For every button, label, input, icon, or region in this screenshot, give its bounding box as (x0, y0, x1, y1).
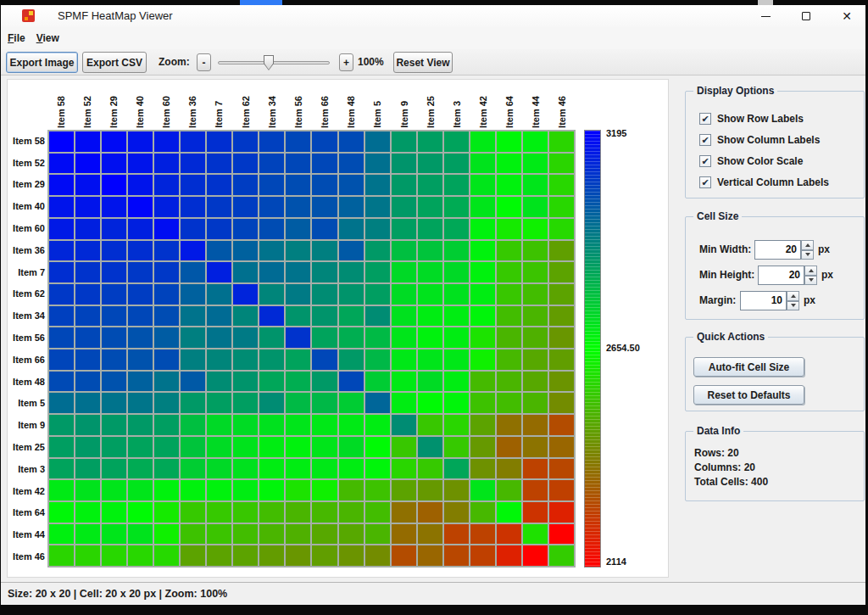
heatmap-cell[interactable] (181, 415, 205, 435)
heatmap-cell[interactable] (365, 459, 390, 479)
heatmap-cell[interactable] (233, 393, 258, 413)
heatmap-cell[interactable] (102, 219, 126, 239)
heatmap-cell[interactable] (154, 306, 179, 327)
heatmap-cell[interactable] (75, 524, 100, 545)
heatmap-cell[interactable] (128, 524, 153, 545)
heatmap-cell[interactable] (49, 197, 74, 217)
zoom-slider[interactable] (216, 52, 331, 73)
heatmap-cell[interactable] (418, 241, 442, 261)
close-button[interactable]: ✕ (833, 5, 860, 27)
heatmap-cell[interactable] (207, 393, 231, 413)
heatmap-cell[interactable] (549, 154, 574, 174)
heatmap-cell[interactable] (312, 372, 337, 392)
heatmap-cell[interactable] (75, 241, 100, 261)
heatmap-cell[interactable] (549, 372, 574, 392)
heatmap-cell[interactable] (497, 154, 521, 174)
heatmap-cell[interactable] (523, 154, 548, 174)
heatmap-cell[interactable] (49, 327, 74, 348)
heatmap-cell[interactable] (339, 459, 364, 479)
heatmap-cell[interactable] (154, 415, 179, 435)
heatmap-cell[interactable] (128, 349, 153, 370)
heatmap-cell[interactable] (497, 437, 521, 457)
heatmap-cell[interactable] (392, 306, 416, 327)
heatmap-cell[interactable] (339, 219, 364, 239)
heatmap-cell[interactable] (154, 437, 179, 457)
heatmap-cell[interactable] (102, 502, 126, 523)
heatmap-cell[interactable] (233, 131, 258, 152)
heatmap-cell[interactable] (259, 327, 284, 348)
heatmap-cell[interactable] (392, 480, 416, 500)
heatmap-cell[interactable] (470, 327, 495, 348)
heatmap-cell[interactable] (523, 459, 548, 479)
heatmap-cell[interactable] (181, 372, 205, 392)
heatmap-cell[interactable] (181, 349, 205, 370)
heatmap-cell[interactable] (339, 284, 364, 305)
heatmap-cell[interactable] (102, 131, 126, 152)
heatmap-cell[interactable] (102, 459, 126, 479)
checkbox-icon[interactable]: ✔ (699, 176, 711, 188)
heatmap-cell[interactable] (339, 197, 364, 217)
heatmap-cell[interactable] (497, 502, 521, 523)
heatmap-cell[interactable] (392, 545, 416, 566)
heatmap-cell[interactable] (444, 154, 469, 174)
heatmap-cell[interactable] (418, 524, 442, 545)
heatmap-cell[interactable] (418, 175, 442, 195)
heatmap-cell[interactable] (339, 349, 364, 370)
checkbox-show-row-labels[interactable]: ✔Show Row Labels (699, 112, 804, 126)
heatmap-cell[interactable] (233, 459, 258, 479)
heatmap-cell[interactable] (523, 415, 548, 435)
heatmap-cell[interactable] (444, 372, 469, 392)
heatmap-cell[interactable] (102, 524, 126, 545)
heatmap-cell[interactable] (128, 175, 153, 195)
heatmap-cell[interactable] (286, 219, 310, 239)
heatmap-cell[interactable] (365, 545, 390, 566)
heatmap-cell[interactable] (444, 262, 469, 282)
heatmap-cell[interactable] (392, 284, 416, 305)
checkbox-show-color-scale[interactable]: ✔Show Color Scale (699, 154, 803, 168)
zoom-in-button[interactable]: + (339, 53, 353, 71)
heatmap-cell[interactable] (418, 480, 442, 500)
heatmap-cell[interactable] (154, 284, 179, 305)
heatmap-cell[interactable] (75, 349, 100, 370)
heatmap-cell[interactable] (523, 197, 548, 217)
heatmap-cell[interactable] (233, 372, 258, 392)
heatmap-grid[interactable] (47, 130, 576, 567)
heatmap-cell[interactable] (549, 480, 574, 500)
heatmap-cell[interactable] (497, 175, 521, 195)
heatmap-cell[interactable] (339, 241, 364, 261)
heatmap-cell[interactable] (154, 372, 179, 392)
heatmap-cell[interactable] (154, 219, 179, 239)
heatmap-cell[interactable] (470, 480, 495, 500)
heatmap-cell[interactable] (549, 459, 574, 479)
heatmap-cell[interactable] (181, 393, 205, 413)
heatmap-cell[interactable] (365, 262, 390, 282)
heatmap-cell[interactable] (75, 154, 100, 174)
heatmap-cell[interactable] (128, 502, 153, 523)
heatmap-cell[interactable] (392, 327, 416, 348)
heatmap-cell[interactable] (497, 219, 521, 239)
heatmap-cell[interactable] (286, 241, 310, 261)
heatmap-cell[interactable] (523, 349, 548, 370)
heatmap-cell[interactable] (444, 480, 469, 500)
heatmap-cell[interactable] (470, 219, 495, 239)
heatmap-cell[interactable] (154, 480, 179, 500)
heatmap-cell[interactable] (128, 306, 153, 327)
heatmap-cell[interactable] (259, 284, 284, 305)
heatmap-cell[interactable] (233, 241, 258, 261)
heatmap-cell[interactable] (418, 502, 442, 523)
heatmap-cell[interactable] (233, 197, 258, 217)
heatmap-cell[interactable] (339, 415, 364, 435)
heatmap-cell[interactable] (497, 131, 521, 152)
heatmap-cell[interactable] (365, 437, 390, 457)
heatmap-cell[interactable] (470, 545, 495, 566)
heatmap-cell[interactable] (207, 545, 231, 566)
heatmap-cell[interactable] (207, 459, 231, 479)
heatmap-cell[interactable] (549, 241, 574, 261)
heatmap-cell[interactable] (259, 480, 284, 500)
heatmap-cell[interactable] (286, 437, 310, 457)
heatmap-cell[interactable] (339, 372, 364, 392)
heatmap-cell[interactable] (49, 480, 74, 500)
heatmap-cell[interactable] (444, 306, 469, 327)
heatmap-cell[interactable] (128, 131, 153, 152)
heatmap-cell[interactable] (470, 306, 495, 327)
